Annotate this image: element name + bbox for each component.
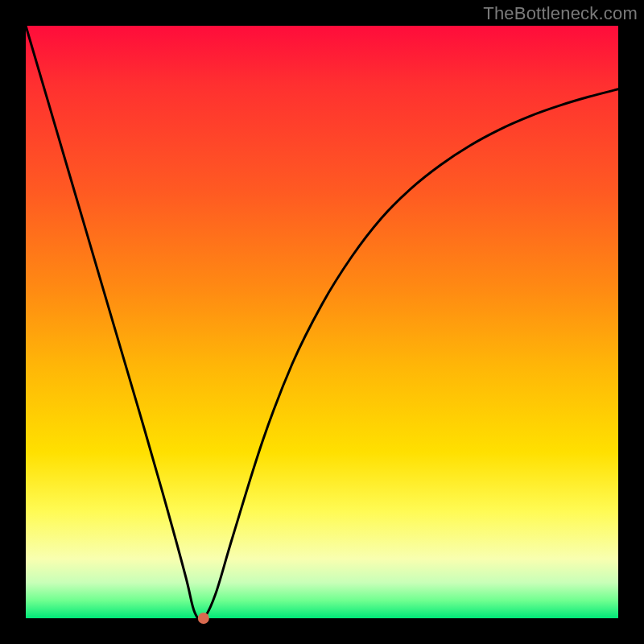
marker-dot	[198, 613, 209, 624]
curve-path	[26, 26, 618, 620]
watermark-text: TheBottleneck.com	[483, 3, 638, 24]
chart-frame: TheBottleneck.com	[0, 0, 644, 644]
chart-svg	[26, 26, 618, 618]
